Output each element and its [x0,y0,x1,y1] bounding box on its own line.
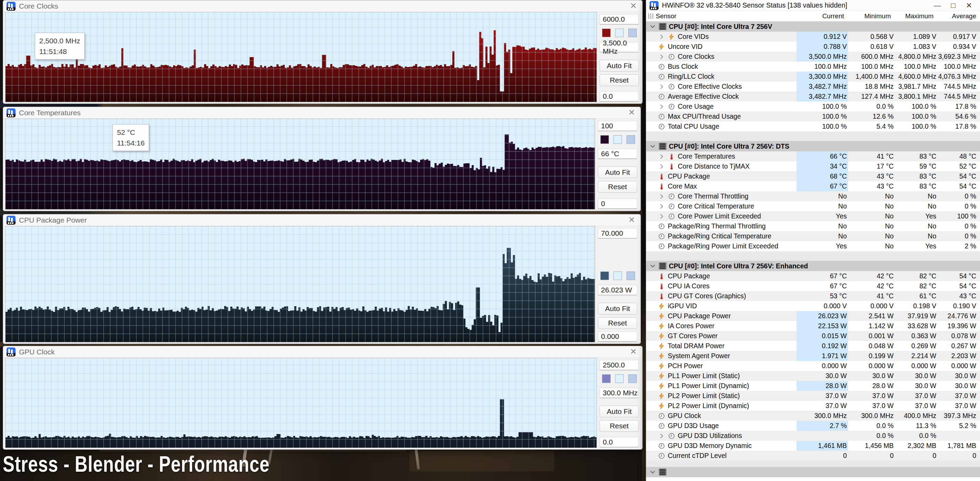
scale-min-input[interactable]: 0.0 [600,91,639,102]
grid-color-swatch[interactable] [628,29,637,37]
minimize-icon[interactable]: — [929,2,945,10]
scale-max-input[interactable]: 70.000 [598,228,637,238]
sensor-row[interactable]: Core Clocks3,500.0 MHz600.0 MHz4,800.0 M… [646,52,980,62]
sensor-row[interactable]: GPU Clock300.0 MHz300.0 MHz400.0 MHz397.… [646,411,980,421]
sensor-row[interactable]: Core Effective Clocks3,482.7 MHz18.8 MHz… [646,81,980,92]
column-current[interactable]: Current [792,13,844,20]
series-color-swatch[interactable] [602,374,611,383]
sensor-row[interactable]: Current cTDP Level0000 [646,451,980,461]
close-icon[interactable]: ✕ [628,108,635,117]
sensor-label: Core Thermal Throttling [646,192,797,200]
graph-plot-area[interactable] [5,119,595,210]
sensor-row[interactable]: Ring/LLC Clock3,300.0 MHz1,400.0 MHz4,60… [646,71,980,81]
sensor-row[interactable]: GPU D3D Memory Dynamic1,461 MB1,456 MB2,… [646,441,980,451]
sensor-row[interactable]: PCH Power0.000 W0.000 W0.000 W0.000 W [646,361,980,371]
scale-max-input[interactable]: 2500.0 [600,360,639,370]
sensor-name: Core Power Limit Exceeded [678,212,761,220]
sensor-row[interactable]: iGPU VID0.000 V0.000 V0.198 V0.190 V [646,301,980,311]
auto-fit-button[interactable]: Auto Fit [600,406,639,418]
column-sensor[interactable]: Sensor [646,13,792,20]
sensor-group-header[interactable]: CPU [#0]: Intel Core Ultra 7 256V: Enhan… [646,261,980,271]
bolt-icon [658,362,665,370]
sensor-group-header[interactable]: CPU [#0]: Intel Core Ultra 7 256V [646,21,980,32]
sensor-row[interactable]: Package/Ring Power Limit ExceededYesNoYe… [646,241,980,251]
graph-plot-area[interactable] [5,358,597,448]
sensor-row[interactable]: Core Distance to TjMAX34 °C17 °C59 °C52 … [646,161,980,171]
sensor-row[interactable]: GT Cores Power0.015 W0.001 W0.363 W0.078… [646,331,980,341]
sensor-row[interactable]: PL2 Power Limit (Static)37.0 W37.0 W37.0… [646,391,980,401]
sensor-row[interactable]: Core Usage100.0 %0.0 %100.0 %17.8 % [646,102,980,111]
close-icon[interactable]: ✕ [628,215,635,225]
sensor-row[interactable]: Total CPU Usage100.0 %5.4 %100.0 %17.8 % [646,121,980,132]
grid-color-swatch[interactable] [627,135,635,144]
auto-fit-button[interactable]: Auto Fit [600,60,639,71]
background-color-swatch[interactable] [613,135,622,144]
group-title: CPU [#0]: Intel Core Ultra 7 256V: Enhan… [669,262,808,270]
auto-fit-button[interactable]: Auto Fit [598,303,637,314]
grid-color-swatch[interactable] [628,374,637,383]
sensor-row[interactable]: GPU D3D Utilizations0.0 %0.0 % [646,431,980,441]
sensor-name: Current cTDP Level [668,452,727,460]
reset-button[interactable]: Reset [600,420,639,432]
sensor-row[interactable]: Core Max67 °C43 °C83 °C54 °C [646,181,980,191]
sensor-row[interactable]: PL2 Power Limit (Dynamic)37.0 W37.0 W37.… [646,401,980,411]
graph-plot-area[interactable] [5,226,595,342]
sensor-row[interactable]: GPU D3D Usage2.7 %0.0 %11.3 %5.2 % [646,421,980,431]
scale-max-input[interactable]: 6000.0 [600,14,639,24]
sensor-row[interactable]: Average Effective Clock3,482.7 MHz127.4 … [646,92,980,102]
series-color-swatch[interactable] [602,29,611,37]
background-color-swatch[interactable] [615,374,624,383]
sensor-row[interactable]: PL1 Power Limit (Dynamic)28.0 W28.0 W30.… [646,381,980,391]
close-icon[interactable]: ✕ [630,347,637,356]
maximize-icon[interactable]: □ [945,2,961,10]
close-icon[interactable]: ✕ [630,1,637,11]
graph-window-titlebar[interactable]: Core Temperatures✕ [3,107,641,119]
close-icon[interactable]: ✕ [961,2,977,10]
sensor-row[interactable]: CPU Package68 °C43 °C83 °C54 °C [646,171,980,181]
sensor-row[interactable]: System Agent Power1.971 W0.199 W2.214 W2… [646,351,980,361]
column-minimum[interactable]: Minimum [844,13,891,20]
sensor-row[interactable]: Bus Clock100.0 MHz100.0 MHz100.0 MHz100.… [646,62,980,71]
sensor-row[interactable]: Max CPU/Thread Usage100.0 %12.6 %100.0 %… [646,111,980,121]
sensor-row[interactable]: Core VIDs0.912 V0.568 V1.089 V0.917 V [646,32,980,41]
sensor-row[interactable]: Package/Ring Thermal ThrottlingNoNoNo0 % [646,221,980,231]
sensor-group-header-partial[interactable] [646,467,980,477]
reset-button[interactable]: Reset [600,74,639,86]
graph-window-titlebar[interactable]: CPU Package Power✕ [3,214,641,226]
sensor-row[interactable]: Core Power Limit ExceededYesNoYes100 % [646,211,980,221]
sensor-row[interactable]: IA Cores Power22.153 W1.142 W33.628 W19.… [646,321,980,331]
graph-plot-area[interactable] [5,12,597,102]
column-maximum[interactable]: Maximum [891,13,934,20]
column-average[interactable]: Average [934,13,980,20]
background-color-swatch[interactable] [613,271,622,280]
scale-min-input[interactable]: 0.000 [598,331,637,342]
sensor-row[interactable]: Core Critical TemperatureNoNoNo0 % [646,201,980,211]
chevr-icon [658,153,665,160]
sensor-group-header[interactable]: CPU [#0]: Intel Core Ultra 7 256V: DTS [646,141,980,151]
sensor-row[interactable]: Package/Ring Critical TemperatureNoNoNo0… [646,231,980,241]
series-color-swatch[interactable] [600,271,609,280]
grid-color-swatch[interactable] [627,271,635,280]
scale-min-input[interactable]: 0 [598,198,637,209]
sensor-row[interactable]: CPU IA Cores67 °C42 °C82 °C54 °C [646,281,980,291]
sensor-row[interactable]: Total DRAM Power0.192 W0.048 W0.269 W0.2… [646,341,980,351]
value-current: 66 °C [797,151,848,161]
sensor-row[interactable]: Core Thermal ThrottlingNoNoNo0 % [646,191,980,201]
sensor-window-titlebar[interactable]: HWiNFO® 32 v8.32-5840 Sensor Status [138… [646,0,980,11]
reset-button[interactable]: Reset [598,181,637,193]
sensor-row[interactable]: CPU GT Cores (Graphics)53 °C41 °C61 °C43… [646,291,980,301]
reset-button[interactable]: Reset [598,317,637,329]
graph-window-titlebar[interactable]: Core Clocks✕ [3,0,642,12]
sensor-row[interactable]: CPU Package Power26.023 W2.541 W37.919 W… [646,311,980,321]
sensor-row[interactable]: Core Temperatures66 °C41 °C83 °C48 °C [646,151,980,161]
background-color-swatch[interactable] [615,29,624,37]
sensor-row[interactable]: CPU Package67 °C42 °C82 °C54 °C [646,271,980,281]
graph-window-titlebar[interactable]: GPU Clock✕ [3,346,642,358]
sensor-row[interactable]: Uncore VID0.788 V0.618 V1.083 V0.934 V [646,41,980,52]
scale-min-input[interactable]: 0.0 [600,437,639,447]
graph-tooltip: 2,500.0 MHz11:51:48 [35,33,85,60]
auto-fit-button[interactable]: Auto Fit [598,167,637,178]
scale-max-input[interactable]: 100 [598,121,637,131]
series-color-swatch[interactable] [600,135,609,144]
sensor-row[interactable]: PL1 Power Limit (Static)30.0 W30.0 W30.0… [646,371,980,381]
